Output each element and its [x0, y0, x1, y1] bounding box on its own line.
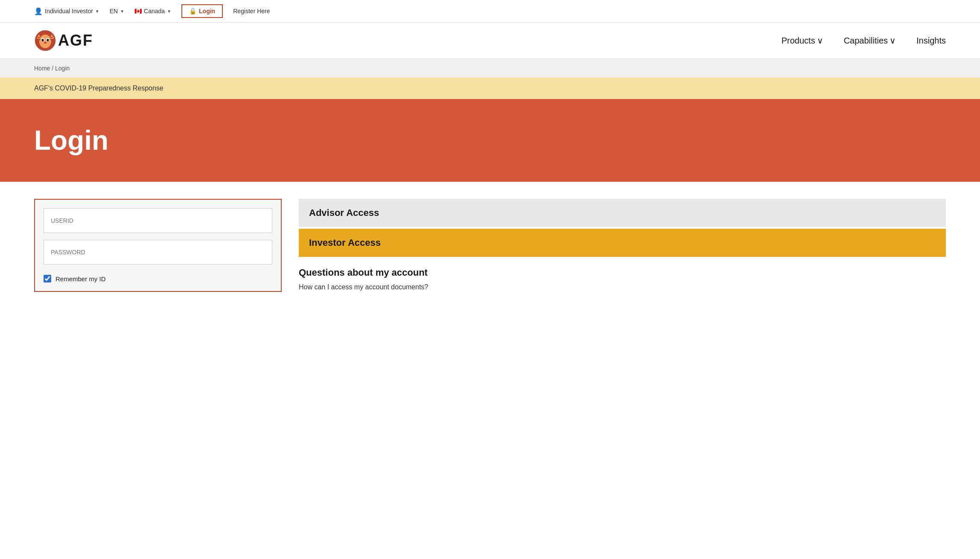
- utility-bar: 👤 Individual Investor ▼ EN ▼ 🇨🇦 Canada ▼…: [0, 0, 980, 23]
- country-selector[interactable]: 🇨🇦 Canada ▼: [134, 8, 171, 15]
- language-selector[interactable]: EN ▼: [110, 8, 124, 15]
- svg-point-1: [39, 35, 51, 48]
- lock-icon: 🔒: [189, 8, 196, 15]
- nav-links: Products ∨ Capabilities ∨ Insights: [782, 35, 946, 46]
- flag-icon: 🇨🇦: [134, 8, 142, 15]
- advisor-access-block[interactable]: Advisor Access: [299, 199, 946, 227]
- logo-text: AGF: [58, 32, 93, 49]
- insights-label: Insights: [916, 36, 946, 46]
- remember-row: Remember my ID: [44, 275, 272, 282]
- login-form: Remember my ID: [34, 199, 282, 292]
- covid-banner[interactable]: AGF's COVID-19 Preparedness Response: [0, 78, 980, 99]
- svg-point-8: [42, 39, 44, 41]
- investor-type-selector[interactable]: 👤 Individual Investor ▼: [34, 7, 99, 15]
- advisor-access-title: Advisor Access: [309, 207, 379, 218]
- chevron-down-icon: ▼: [95, 9, 99, 14]
- chevron-down-icon: ▼: [120, 9, 124, 14]
- userid-input[interactable]: [44, 208, 272, 233]
- investor-access-block[interactable]: Investor Access: [299, 229, 946, 257]
- right-panel: Advisor Access Investor Access Questions…: [299, 199, 946, 292]
- chevron-down-icon: ∨: [890, 35, 896, 46]
- questions-section: Questions about my account How can I acc…: [299, 267, 946, 291]
- investor-type-label: Individual Investor: [45, 8, 93, 15]
- person-icon: 👤: [34, 7, 43, 15]
- country-label: Canada: [144, 8, 165, 15]
- register-link[interactable]: Register Here: [233, 8, 270, 15]
- content-area: Remember my ID Advisor Access Investor A…: [0, 182, 980, 309]
- breadcrumb-home[interactable]: Home: [34, 65, 50, 72]
- chevron-down-icon: ∨: [817, 35, 823, 46]
- logo[interactable]: AGF: [34, 29, 93, 52]
- nav-capabilities[interactable]: Capabilities ∨: [844, 35, 896, 46]
- breadcrumb-bar: Home / Login: [0, 59, 980, 78]
- nav-products[interactable]: Products ∨: [782, 35, 823, 46]
- password-input[interactable]: [44, 240, 272, 265]
- products-label: Products: [782, 36, 815, 46]
- questions-title: Questions about my account: [299, 267, 946, 278]
- remember-label: Remember my ID: [55, 275, 106, 282]
- breadcrumb-current: Login: [55, 65, 70, 72]
- svg-point-9: [47, 39, 49, 41]
- hero-section: Login: [0, 99, 980, 182]
- breadcrumb-separator: /: [52, 65, 55, 72]
- login-button-label: Login: [199, 8, 215, 15]
- nav-insights[interactable]: Insights: [916, 36, 946, 46]
- language-label: EN: [110, 8, 118, 15]
- login-button[interactable]: 🔒 Login: [181, 4, 223, 18]
- page-title: Login: [34, 125, 946, 156]
- chevron-down-icon: ▼: [167, 9, 171, 14]
- remember-checkbox[interactable]: [44, 275, 51, 282]
- investor-access-title: Investor Access: [309, 237, 381, 248]
- tiger-logo-icon: [34, 29, 56, 52]
- svg-point-10: [44, 42, 47, 44]
- questions-item[interactable]: How can I access my account documents?: [299, 283, 946, 291]
- breadcrumb: Home / Login: [34, 65, 946, 72]
- capabilities-label: Capabilities: [844, 36, 888, 46]
- main-nav: AGF Products ∨ Capabilities ∨ Insights: [0, 23, 980, 59]
- covid-banner-text: AGF's COVID-19 Preparedness Response: [34, 84, 163, 92]
